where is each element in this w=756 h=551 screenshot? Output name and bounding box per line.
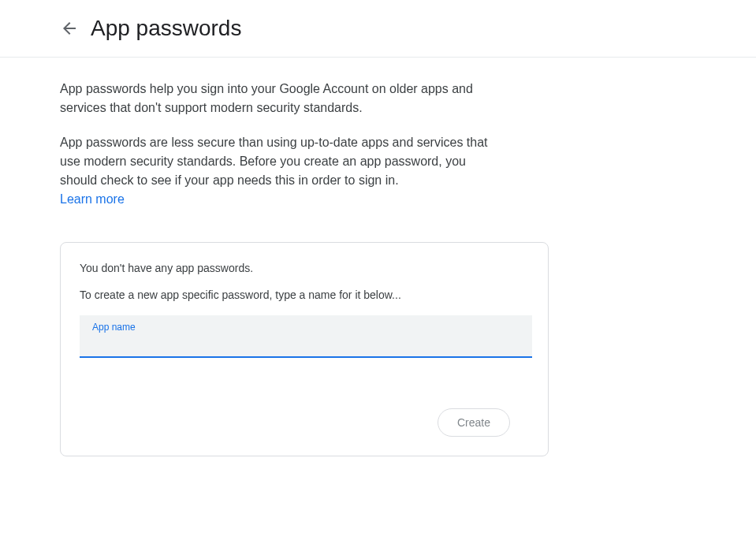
app-name-input-container[interactable]: App name — [80, 315, 532, 358]
back-arrow-icon[interactable] — [60, 19, 79, 38]
app-password-card: You don't have any app passwords. To cre… — [60, 242, 549, 456]
page-title: App passwords — [91, 16, 241, 41]
app-name-input[interactable] — [92, 334, 523, 350]
description-text-2: App passwords are less secure than using… — [60, 136, 488, 187]
description-paragraph-1: App passwords help you sign into your Go… — [60, 80, 505, 117]
instruction-text: To create a new app specific password, t… — [80, 289, 529, 301]
header: App passwords — [0, 0, 756, 58]
no-passwords-text: You don't have any app passwords. — [80, 262, 529, 274]
app-name-label: App name — [92, 322, 523, 333]
learn-more-link[interactable]: Learn more — [60, 192, 125, 206]
content-area: App passwords help you sign into your Go… — [0, 58, 505, 456]
create-button[interactable]: Create — [438, 408, 510, 437]
button-row: Create — [80, 408, 529, 437]
description-paragraph-2: App passwords are less secure than using… — [60, 133, 505, 209]
